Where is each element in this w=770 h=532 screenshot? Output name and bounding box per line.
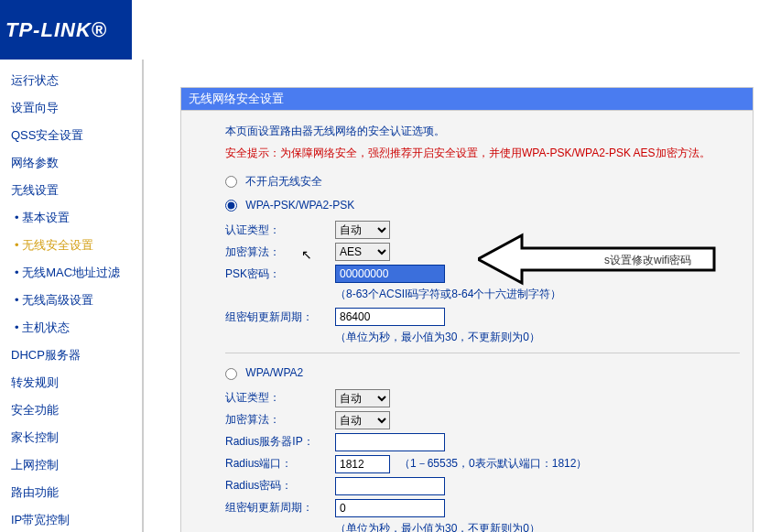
wpa-group-rekey-label: 组密钥更新周期： <box>225 500 335 516</box>
security-warning-text: 安全提示：为保障网络安全，强烈推荐开启安全设置，并使用WPA-PSK/WPA2-… <box>225 145 740 161</box>
radio-disable-security[interactable] <box>225 176 237 188</box>
nav-host-status[interactable]: 主机状态 <box>0 314 142 342</box>
wpa-encryption-label: 加密算法： <box>225 412 335 428</box>
psk-hint-text: （8-63个ACSII码字符或8-64个十六进制字符） <box>335 287 740 302</box>
radius-pwd-input[interactable] <box>335 477 445 495</box>
radius-port-hint: （1－65535，0表示默认端口：1812） <box>399 456 587 472</box>
radio-wpa[interactable] <box>225 368 237 380</box>
radius-port-input[interactable] <box>335 455 390 473</box>
group-rekey-hint: （单位为秒，最小值为30，不更新则为0） <box>335 330 740 345</box>
radio-row-disable-security: 不开启无线安全 <box>225 174 740 190</box>
radius-ip-input[interactable] <box>335 433 445 451</box>
nav-parental-control[interactable]: 家长控制 <box>0 424 142 451</box>
nav-internet-control[interactable]: 上网控制 <box>0 451 142 479</box>
brand-logo: TP-LINK® <box>5 18 107 42</box>
radius-port-label: Radius端口： <box>225 456 335 472</box>
nav-forwarding-rules[interactable]: 转发规则 <box>0 369 142 396</box>
nav-qss-security[interactable]: QSS安全设置 <box>0 122 142 149</box>
nav-ip-bandwidth[interactable]: IP带宽控制 <box>0 506 142 532</box>
radio-wpa-psk-label: WPA-PSK/WPA2-PSK <box>245 199 354 212</box>
nav-running-status[interactable]: 运行状态 <box>0 67 142 94</box>
nav-wireless-settings[interactable]: 无线设置 <box>0 177 142 204</box>
psk-password-input[interactable] <box>335 265 445 283</box>
nav-routing[interactable]: 路由功能 <box>0 479 142 506</box>
section-divider <box>225 353 740 353</box>
radio-wpa-psk[interactable] <box>225 200 237 212</box>
auth-type-label: 认证类型： <box>225 223 335 238</box>
panel-title: 无线网络安全设置 <box>181 88 753 111</box>
sidebar-nav: 运行状态 设置向导 QSS安全设置 网络参数 无线设置 基本设置 无线安全设置 … <box>0 60 142 532</box>
nav-wireless-mac-filter[interactable]: 无线MAC地址过滤 <box>0 259 142 287</box>
wpa-group-rekey-input[interactable] <box>335 499 445 517</box>
encryption-label: 加密算法： <box>225 244 335 260</box>
app-header: TP-LINK® <box>0 0 132 60</box>
nav-dhcp-server[interactable]: DHCP服务器 <box>0 342 142 369</box>
wpa-group-rekey-hint: （单位为秒，最小值为30，不更新则为0） <box>335 521 740 532</box>
wpa-auth-type-label: 认证类型： <box>225 390 335 406</box>
radio-row-wpa-psk: WPA-PSK/WPA2-PSK <box>225 199 740 212</box>
radius-pwd-label: Radius密码： <box>225 478 335 494</box>
psk-password-label: PSK密码： <box>225 266 335 282</box>
radio-disable-security-label: 不开启无线安全 <box>245 175 322 188</box>
wireless-security-panel: 无线网络安全设置 本页面设置路由器无线网络的安全认证选项。 安全提示：为保障网络… <box>180 87 754 532</box>
panel-intro-text: 本页面设置路由器无线网络的安全认证选项。 <box>225 124 740 139</box>
nav-wireless-advanced[interactable]: 无线高级设置 <box>0 287 142 314</box>
nav-wireless-basic[interactable]: 基本设置 <box>0 204 142 232</box>
wpa-auth-type-select[interactable]: 自动 <box>335 389 390 407</box>
nav-setup-wizard[interactable]: 设置向导 <box>0 94 142 122</box>
nav-wireless-security[interactable]: 无线安全设置 <box>0 232 142 259</box>
wpa-encryption-select[interactable]: 自动 <box>335 411 390 429</box>
radio-wpa-label: WPA/WPA2 <box>245 366 303 379</box>
radio-row-wpa: WPA/WPA2 <box>225 366 740 379</box>
encryption-select[interactable]: AES <box>335 243 390 261</box>
auth-type-select[interactable]: 自动 <box>335 221 390 239</box>
group-rekey-label: 组密钥更新周期： <box>225 309 335 325</box>
main-content: 无线网络安全设置 本页面设置路由器无线网络的安全认证选项。 安全提示：为保障网络… <box>144 60 770 532</box>
group-rekey-input[interactable] <box>335 308 445 326</box>
nav-network-params[interactable]: 网络参数 <box>0 149 142 177</box>
radius-ip-label: Radius服务器IP： <box>225 434 335 450</box>
nav-security-features[interactable]: 安全功能 <box>0 396 142 424</box>
